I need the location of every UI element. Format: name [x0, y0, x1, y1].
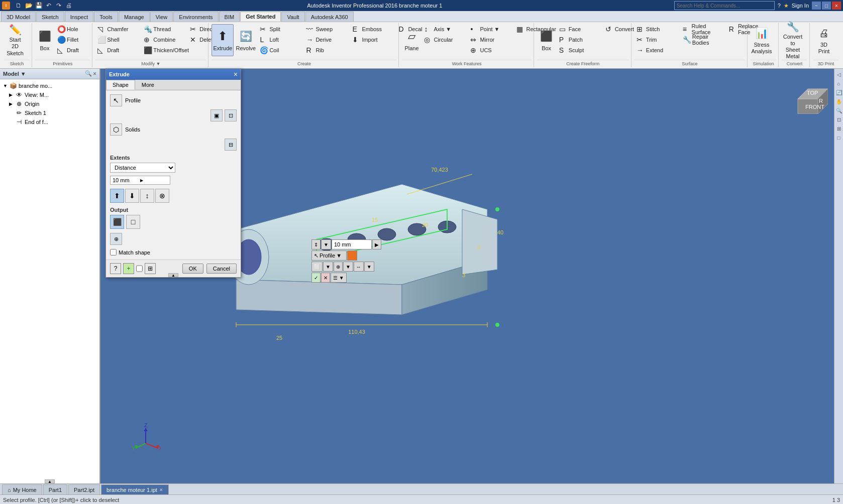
panel-filter-icon[interactable]: 🔍 — [85, 70, 92, 77]
repairbodies-btn[interactable]: 🔧 Repair Bodies — [681, 35, 726, 45]
match-shape-checkbox[interactable] — [110, 249, 117, 256]
tab-3dmodel[interactable]: 3D Model — [1, 12, 36, 22]
tree-item-root[interactable]: ▼ 📦 branche mo... — [2, 81, 97, 90]
inline-direction-btn[interactable]: ⇕ — [311, 239, 321, 249]
coil-btn[interactable]: 🌀 Coil — [258, 45, 303, 55]
tab-environments[interactable]: Environments — [173, 12, 218, 22]
tab-getstarted[interactable]: Get Started — [240, 12, 281, 22]
import-btn[interactable]: ⬇ Import — [350, 35, 395, 45]
profile-icon1[interactable]: ▣ — [210, 109, 223, 121]
panel-expand-handle[interactable]: ▲ — [45, 479, 55, 483]
tab-manage[interactable]: Manage — [119, 12, 150, 22]
inline-solid-btn[interactable]: ⬜ — [311, 262, 323, 272]
maximize-btn[interactable]: □ — [822, 2, 831, 10]
search-input[interactable] — [674, 1, 775, 10]
profile-selector[interactable]: ↖ — [110, 94, 122, 106]
freeform-box-btn[interactable]: ⬛ Box — [537, 24, 556, 56]
inline-more-btn[interactable]: ▶ — [372, 239, 381, 249]
minimize-btn[interactable]: − — [812, 2, 821, 10]
orange-dot-btn[interactable] — [347, 250, 357, 261]
solids-selector[interactable]: ⬡ — [110, 123, 122, 136]
sweep-btn[interactable]: 〰 Sweep — [304, 24, 349, 34]
sidebar-zoom-icon[interactable]: 🔍 — [835, 107, 842, 114]
revolve-btn[interactable]: 🔄 Revolve — [235, 24, 257, 56]
dialog-tab-shape[interactable]: Shape — [106, 80, 135, 90]
chamfer-btn[interactable]: ◹ Chamfer — [95, 24, 141, 34]
inline-options-btn[interactable]: ☰ ▼ — [331, 273, 347, 283]
combine-btn[interactable]: ⊕ Combine — [142, 35, 187, 45]
qa-undo[interactable]: ↶ — [44, 1, 53, 10]
inline-distance-input[interactable] — [332, 239, 372, 249]
shell-btn[interactable]: ⬜ Shell — [95, 35, 141, 45]
tab-a360[interactable]: Autodesk A360 — [305, 12, 354, 22]
dir-btn-3[interactable]: ↕ — [140, 189, 154, 203]
footer-extra-btn[interactable]: ⊞ — [145, 263, 156, 274]
extrude-btn[interactable]: ⬆ Extrude — [212, 24, 234, 56]
solids-icon1[interactable]: ⊟ — [225, 139, 237, 151]
dialog-close-btn[interactable]: × — [234, 70, 238, 78]
inline-cancel-btn[interactable]: ✕ — [321, 273, 330, 283]
inline-profile-btn[interactable]: ↖ Profile ▼ — [311, 250, 347, 261]
sign-in-btn[interactable]: Sign In — [792, 3, 809, 9]
box-btn[interactable]: ⬛ Box — [35, 24, 54, 56]
ruledsurface-btn[interactable]: ≡ Ruled Surface — [681, 24, 726, 34]
thicken-btn[interactable]: ⬛ Thicken/Offset — [142, 45, 187, 55]
loft-btn[interactable]: L Loft — [258, 35, 303, 45]
stress-analysis-btn[interactable]: 📊 StressAnalysis — [751, 24, 773, 56]
qa-new[interactable]: 🗋 — [14, 1, 23, 10]
profile-icon2[interactable]: ⊡ — [225, 109, 237, 121]
trim-btn[interactable]: ✂ Trim — [635, 35, 680, 45]
footer-checkbox[interactable] — [136, 263, 143, 274]
tree-item-sketch[interactable]: ✏ Sketch 1 — [2, 108, 97, 117]
qa-print[interactable]: 🖨 — [64, 1, 73, 10]
dialog-expand-handle[interactable]: ▲ — [168, 273, 178, 277]
patch-btn[interactable]: P Patch — [557, 35, 602, 45]
ucs-btn[interactable]: ⊕ UCS — [468, 45, 513, 55]
ok-btn[interactable]: OK — [182, 264, 203, 274]
convert-sheetmetal-btn[interactable]: 🔧 Convert toSheet Metal — [782, 24, 804, 56]
mirror-btn[interactable]: ⇔ Mirror — [468, 35, 513, 45]
inline-solid-dropdown[interactable]: ▼ — [323, 262, 333, 272]
emboss-btn[interactable]: E Emboss — [350, 24, 395, 34]
footer-add-btn[interactable]: + — [123, 263, 134, 274]
qa-question[interactable]: ? — [778, 3, 781, 9]
dir-btn-1[interactable]: ⬆ — [110, 189, 124, 203]
qa-star[interactable]: ★ — [784, 3, 789, 9]
dir-btn-2[interactable]: ⬇ — [125, 189, 139, 203]
sidebar-grid-icon[interactable]: ⊞ — [835, 125, 842, 132]
dir-btn-4[interactable]: ⊗ — [155, 189, 169, 203]
dialog-tab-more[interactable]: More — [135, 80, 161, 90]
circular-btn[interactable]: ◎ Circular — [422, 35, 467, 45]
draft-btn[interactable]: ◺ Draft — [95, 45, 141, 55]
sidebar-home-icon[interactable]: ⌂ — [835, 80, 842, 87]
sculpt-btn[interactable]: S Sculpt — [557, 45, 602, 55]
cancel-btn[interactable]: Cancel — [206, 264, 237, 274]
3dprint-btn[interactable]: 🖨 3D Print — [813, 24, 835, 56]
inline-flip-dropdown[interactable]: ▼ — [364, 262, 374, 272]
qa-open[interactable]: 📂 — [24, 1, 33, 10]
branche-close-icon[interactable]: ✕ — [159, 487, 163, 492]
thread-btn[interactable]: 🔩 Thread — [142, 24, 187, 34]
output-solid-btn[interactable]: ⬛ — [110, 215, 124, 229]
start-2d-sketch-btn[interactable]: ✏️ Start2D Sketch — [4, 24, 26, 56]
tree-item-view[interactable]: ▶ 👁 View: M... — [2, 90, 97, 99]
inline-confirm-btn[interactable]: ✓ — [311, 273, 321, 283]
view-cube[interactable]: FRONT TOP R — [788, 74, 828, 114]
sidebar-expand-icon[interactable]: ◁ — [835, 71, 842, 78]
extend-btn[interactable]: → Extend — [635, 45, 680, 55]
tree-item-origin[interactable]: ▶ ⊕ Origin — [2, 99, 97, 108]
footer-help-btn[interactable]: ? — [110, 263, 121, 274]
sidebar-display-icon[interactable]: □ — [835, 134, 842, 141]
qa-save[interactable]: 💾 — [34, 1, 43, 10]
inline-dir2-dropdown[interactable]: ▼ — [343, 262, 353, 272]
inline-dir2-btn[interactable]: ⊕ — [334, 262, 343, 272]
tab-view[interactable]: View — [150, 12, 173, 22]
extents-dropdown[interactable]: Distance To Between All — [110, 163, 175, 173]
tab-sketch[interactable]: Sketch — [36, 12, 64, 22]
tab-inspect[interactable]: Inspect — [65, 12, 93, 22]
output-surface-btn[interactable]: □ — [126, 215, 140, 229]
tab-part2[interactable]: Part2.ipt — [68, 484, 100, 494]
tab-tools[interactable]: Tools — [94, 12, 118, 22]
panel-close-btn[interactable]: × — [93, 70, 96, 77]
split-btn[interactable]: ✂ Split — [258, 24, 303, 34]
